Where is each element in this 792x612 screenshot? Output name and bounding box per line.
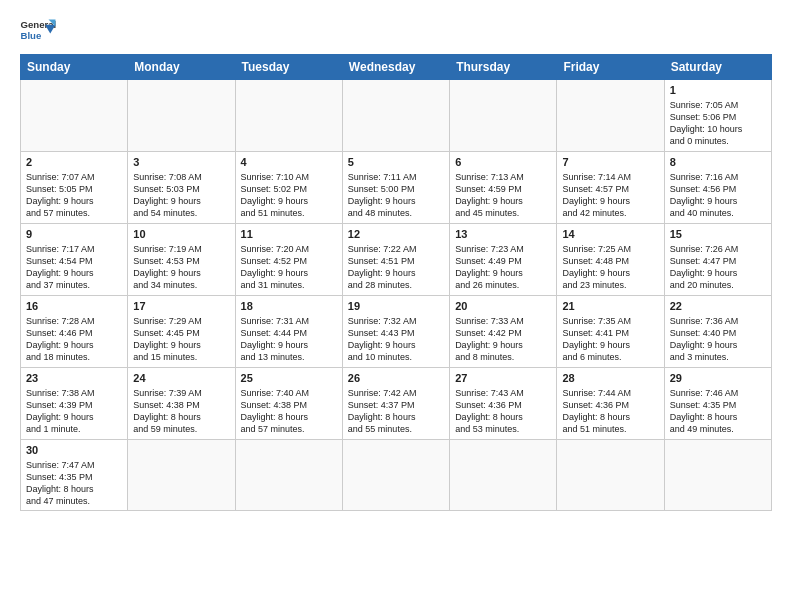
calendar-cell: 4Sunrise: 7:10 AMSunset: 5:02 PMDaylight…: [235, 152, 342, 224]
day-number: 7: [562, 155, 658, 170]
day-number: 26: [348, 371, 444, 386]
calendar-header-row: SundayMondayTuesdayWednesdayThursdayFrid…: [21, 55, 772, 80]
calendar-cell: [21, 80, 128, 152]
day-info: Sunrise: 7:20 AMSunset: 4:52 PMDaylight:…: [241, 243, 337, 292]
col-header-tuesday: Tuesday: [235, 55, 342, 80]
day-number: 20: [455, 299, 551, 314]
calendar-cell: 27Sunrise: 7:43 AMSunset: 4:36 PMDayligh…: [450, 368, 557, 440]
calendar-cell: 23Sunrise: 7:38 AMSunset: 4:39 PMDayligh…: [21, 368, 128, 440]
calendar-cell: 24Sunrise: 7:39 AMSunset: 4:38 PMDayligh…: [128, 368, 235, 440]
day-number: 18: [241, 299, 337, 314]
day-info: Sunrise: 7:46 AMSunset: 4:35 PMDaylight:…: [670, 387, 766, 436]
day-number: 1: [670, 83, 766, 98]
day-number: 22: [670, 299, 766, 314]
calendar-cell: [664, 440, 771, 511]
day-number: 21: [562, 299, 658, 314]
day-info: Sunrise: 7:26 AMSunset: 4:47 PMDaylight:…: [670, 243, 766, 292]
day-number: 17: [133, 299, 229, 314]
calendar-cell: [128, 80, 235, 152]
day-number: 19: [348, 299, 444, 314]
day-number: 24: [133, 371, 229, 386]
day-number: 6: [455, 155, 551, 170]
calendar-week-row: 9Sunrise: 7:17 AMSunset: 4:54 PMDaylight…: [21, 224, 772, 296]
calendar-cell: 8Sunrise: 7:16 AMSunset: 4:56 PMDaylight…: [664, 152, 771, 224]
day-number: 11: [241, 227, 337, 242]
col-header-thursday: Thursday: [450, 55, 557, 80]
day-info: Sunrise: 7:31 AMSunset: 4:44 PMDaylight:…: [241, 315, 337, 364]
calendar-cell: 18Sunrise: 7:31 AMSunset: 4:44 PMDayligh…: [235, 296, 342, 368]
day-number: 3: [133, 155, 229, 170]
day-number: 14: [562, 227, 658, 242]
col-header-saturday: Saturday: [664, 55, 771, 80]
day-info: Sunrise: 7:38 AMSunset: 4:39 PMDaylight:…: [26, 387, 122, 436]
calendar-cell: 11Sunrise: 7:20 AMSunset: 4:52 PMDayligh…: [235, 224, 342, 296]
day-number: 9: [26, 227, 122, 242]
calendar-cell: 29Sunrise: 7:46 AMSunset: 4:35 PMDayligh…: [664, 368, 771, 440]
day-info: Sunrise: 7:17 AMSunset: 4:54 PMDaylight:…: [26, 243, 122, 292]
day-info: Sunrise: 7:08 AMSunset: 5:03 PMDaylight:…: [133, 171, 229, 220]
day-number: 12: [348, 227, 444, 242]
col-header-wednesday: Wednesday: [342, 55, 449, 80]
calendar-cell: 13Sunrise: 7:23 AMSunset: 4:49 PMDayligh…: [450, 224, 557, 296]
col-header-monday: Monday: [128, 55, 235, 80]
svg-text:Blue: Blue: [21, 30, 42, 41]
calendar-week-row: 23Sunrise: 7:38 AMSunset: 4:39 PMDayligh…: [21, 368, 772, 440]
day-info: Sunrise: 7:10 AMSunset: 5:02 PMDaylight:…: [241, 171, 337, 220]
calendar-cell: 9Sunrise: 7:17 AMSunset: 4:54 PMDaylight…: [21, 224, 128, 296]
header: General Blue: [20, 16, 772, 44]
day-number: 10: [133, 227, 229, 242]
calendar-cell: 2Sunrise: 7:07 AMSunset: 5:05 PMDaylight…: [21, 152, 128, 224]
calendar-week-row: 2Sunrise: 7:07 AMSunset: 5:05 PMDaylight…: [21, 152, 772, 224]
calendar-cell: 15Sunrise: 7:26 AMSunset: 4:47 PMDayligh…: [664, 224, 771, 296]
calendar-cell: 14Sunrise: 7:25 AMSunset: 4:48 PMDayligh…: [557, 224, 664, 296]
day-number: 4: [241, 155, 337, 170]
day-info: Sunrise: 7:07 AMSunset: 5:05 PMDaylight:…: [26, 171, 122, 220]
calendar-cell: [235, 80, 342, 152]
day-info: Sunrise: 7:28 AMSunset: 4:46 PMDaylight:…: [26, 315, 122, 364]
day-info: Sunrise: 7:36 AMSunset: 4:40 PMDaylight:…: [670, 315, 766, 364]
calendar-cell: [342, 80, 449, 152]
day-info: Sunrise: 7:29 AMSunset: 4:45 PMDaylight:…: [133, 315, 229, 364]
col-header-sunday: Sunday: [21, 55, 128, 80]
day-number: 5: [348, 155, 444, 170]
calendar-cell: 16Sunrise: 7:28 AMSunset: 4:46 PMDayligh…: [21, 296, 128, 368]
day-info: Sunrise: 7:43 AMSunset: 4:36 PMDaylight:…: [455, 387, 551, 436]
day-info: Sunrise: 7:22 AMSunset: 4:51 PMDaylight:…: [348, 243, 444, 292]
day-number: 13: [455, 227, 551, 242]
calendar-cell: 22Sunrise: 7:36 AMSunset: 4:40 PMDayligh…: [664, 296, 771, 368]
calendar-cell: 28Sunrise: 7:44 AMSunset: 4:36 PMDayligh…: [557, 368, 664, 440]
calendar-cell: [450, 80, 557, 152]
calendar-cell: 25Sunrise: 7:40 AMSunset: 4:38 PMDayligh…: [235, 368, 342, 440]
page: General Blue SundayMondayTuesdayWednesda…: [0, 0, 792, 521]
day-number: 2: [26, 155, 122, 170]
calendar-cell: [557, 440, 664, 511]
day-number: 29: [670, 371, 766, 386]
day-info: Sunrise: 7:14 AMSunset: 4:57 PMDaylight:…: [562, 171, 658, 220]
calendar-week-row: 1Sunrise: 7:05 AMSunset: 5:06 PMDaylight…: [21, 80, 772, 152]
day-info: Sunrise: 7:32 AMSunset: 4:43 PMDaylight:…: [348, 315, 444, 364]
day-info: Sunrise: 7:33 AMSunset: 4:42 PMDaylight:…: [455, 315, 551, 364]
day-number: 23: [26, 371, 122, 386]
day-number: 25: [241, 371, 337, 386]
calendar-week-row: 30Sunrise: 7:47 AMSunset: 4:35 PMDayligh…: [21, 440, 772, 511]
calendar-cell: 12Sunrise: 7:22 AMSunset: 4:51 PMDayligh…: [342, 224, 449, 296]
day-number: 28: [562, 371, 658, 386]
day-info: Sunrise: 7:05 AMSunset: 5:06 PMDaylight:…: [670, 99, 766, 148]
day-number: 27: [455, 371, 551, 386]
generalblue-logo-icon: General Blue: [20, 16, 56, 44]
calendar: SundayMondayTuesdayWednesdayThursdayFrid…: [20, 54, 772, 511]
day-info: Sunrise: 7:19 AMSunset: 4:53 PMDaylight:…: [133, 243, 229, 292]
calendar-cell: 17Sunrise: 7:29 AMSunset: 4:45 PMDayligh…: [128, 296, 235, 368]
calendar-cell: 6Sunrise: 7:13 AMSunset: 4:59 PMDaylight…: [450, 152, 557, 224]
day-info: Sunrise: 7:47 AMSunset: 4:35 PMDaylight:…: [26, 459, 122, 508]
calendar-cell: 19Sunrise: 7:32 AMSunset: 4:43 PMDayligh…: [342, 296, 449, 368]
calendar-cell: 5Sunrise: 7:11 AMSunset: 5:00 PMDaylight…: [342, 152, 449, 224]
calendar-week-row: 16Sunrise: 7:28 AMSunset: 4:46 PMDayligh…: [21, 296, 772, 368]
day-info: Sunrise: 7:40 AMSunset: 4:38 PMDaylight:…: [241, 387, 337, 436]
day-number: 30: [26, 443, 122, 458]
day-info: Sunrise: 7:13 AMSunset: 4:59 PMDaylight:…: [455, 171, 551, 220]
day-info: Sunrise: 7:23 AMSunset: 4:49 PMDaylight:…: [455, 243, 551, 292]
day-info: Sunrise: 7:16 AMSunset: 4:56 PMDaylight:…: [670, 171, 766, 220]
day-info: Sunrise: 7:39 AMSunset: 4:38 PMDaylight:…: [133, 387, 229, 436]
day-info: Sunrise: 7:35 AMSunset: 4:41 PMDaylight:…: [562, 315, 658, 364]
